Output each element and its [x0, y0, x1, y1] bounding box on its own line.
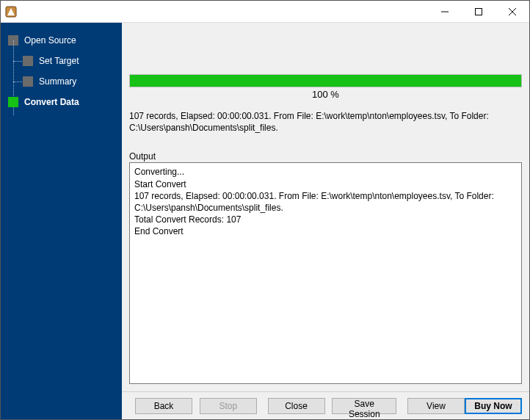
progress-bar [129, 74, 522, 87]
body: Open Source Set Target Summary Convert D… [1, 23, 529, 419]
maximize-button[interactable] [462, 1, 495, 23]
output-line: End Convert [134, 225, 517, 237]
step-box-icon [8, 97, 18, 107]
step-label: Set Target [39, 56, 79, 66]
step-open-source[interactable]: Open Source [1, 32, 122, 49]
output-line: Total Convert Records: 107 [134, 214, 517, 225]
step-convert-data[interactable]: Convert Data [1, 93, 122, 111]
output-line: 107 records, Elapsed: 00:00:00.031. From… [134, 190, 517, 214]
step-set-target[interactable]: Set Target [1, 52, 122, 70]
output-line: Start Convert [134, 178, 517, 190]
output-box[interactable]: Converting... Start Convert 107 records,… [129, 162, 522, 384]
top-spacer [129, 30, 522, 74]
main-panel: 100 % 107 records, Elapsed: 00:00:00.031… [122, 23, 529, 419]
app-icon [5, 6, 17, 18]
app-window: Open Source Set Target Summary Convert D… [0, 0, 530, 420]
progress-fill [130, 75, 521, 87]
step-label: Open Source [24, 35, 76, 46]
sidebar: Open Source Set Target Summary Convert D… [1, 23, 122, 419]
progress-percent-label: 100 % [129, 89, 522, 100]
window-controls [428, 1, 529, 23]
titlebar-left [1, 6, 17, 18]
close-button[interactable]: Close [268, 398, 325, 414]
back-button[interactable]: Back [135, 398, 192, 414]
stop-button: Stop [200, 398, 257, 414]
step-label: Summary [39, 76, 76, 87]
output-label: Output [129, 151, 522, 162]
minimize-button[interactable] [428, 1, 462, 23]
status-text: 107 records, Elapsed: 00:00:00.031. From… [129, 110, 522, 134]
step-summary[interactable]: Summary [1, 73, 122, 90]
content: 100 % 107 records, Elapsed: 00:00:00.031… [122, 23, 529, 391]
step-box-icon [23, 76, 33, 87]
output-line: Converting... [134, 166, 517, 178]
buy-now-button[interactable]: Buy Now [465, 398, 522, 414]
save-session-button[interactable]: Save Session [332, 398, 396, 414]
close-window-button[interactable] [495, 1, 529, 23]
step-box-icon [23, 56, 33, 66]
svg-rect-3 [476, 8, 482, 15]
button-bar: Back Stop Close Save Session View Buy No… [122, 391, 529, 419]
view-button[interactable]: View [407, 398, 465, 414]
step-label: Convert Data [24, 97, 79, 107]
titlebar [1, 1, 529, 23]
